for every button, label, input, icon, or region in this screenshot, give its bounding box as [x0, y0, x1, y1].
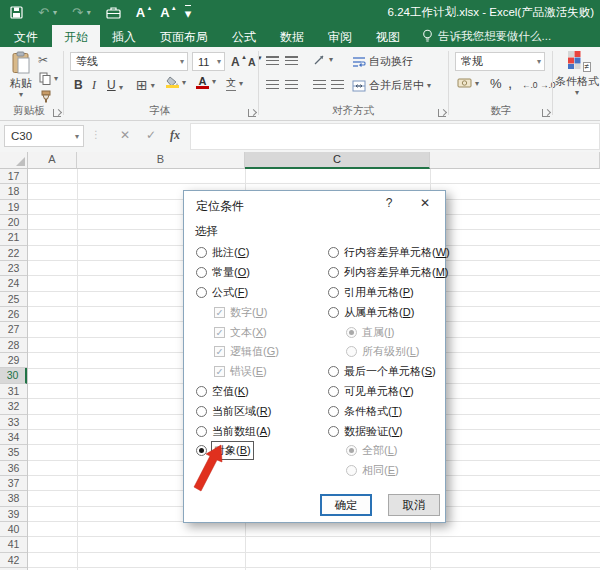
row-header-27[interactable]: 27: [0, 322, 27, 337]
tell-me-box[interactable]: 告诉我您想要做什么...: [422, 25, 551, 47]
font-dialog-launcher-icon[interactable]: [248, 109, 256, 117]
phonetic-button[interactable]: 文 ▾: [226, 76, 243, 91]
undo-icon[interactable]: ↶: [38, 6, 49, 19]
row-header-23[interactable]: 23: [0, 261, 27, 276]
option-constants[interactable]: 常量(O): [196, 263, 322, 283]
row-header-28[interactable]: 28: [0, 338, 27, 353]
merge-center-button[interactable]: 合并后居中 ▾: [352, 78, 431, 93]
conditional-format-button[interactable]: ≠ 条件格式▾: [554, 50, 600, 97]
row-header-30[interactable]: 30: [0, 368, 27, 383]
toolbox-icon[interactable]: [106, 6, 121, 19]
save-icon[interactable]: [10, 6, 23, 19]
option-current-array[interactable]: 当前数组(A): [196, 421, 322, 441]
align-left-icon[interactable]: [266, 80, 279, 89]
font-size-combo[interactable]: 11 ▾: [192, 52, 225, 71]
column-header-B[interactable]: B: [77, 152, 245, 169]
row-header-33[interactable]: 33: [0, 415, 27, 430]
format-painter-button[interactable]: [40, 90, 52, 103]
row-header-31[interactable]: 31: [0, 384, 27, 399]
underline-button[interactable]: U: [107, 78, 116, 92]
increase-font-icon[interactable]: A▴: [231, 55, 240, 69]
row-header-25[interactable]: 25: [0, 292, 27, 307]
radio-current-array[interactable]: [196, 426, 207, 437]
cut-button[interactable]: ✂: [38, 53, 48, 67]
name-box[interactable]: C30 ▾: [4, 125, 84, 147]
qat-customize-icon[interactable]: ▾: [185, 5, 192, 20]
italic-button[interactable]: I: [92, 78, 96, 93]
increase-indent-icon[interactable]: [331, 80, 344, 89]
decrease-font-icon[interactable]: A▾: [248, 56, 256, 68]
row-header-39[interactable]: 39: [0, 507, 27, 522]
row-header-17[interactable]: 17: [0, 169, 27, 184]
number-dialog-launcher-icon[interactable]: [542, 109, 550, 117]
tab-insert[interactable]: 插入: [100, 25, 148, 47]
close-icon[interactable]: ✕: [415, 196, 435, 213]
option-visible-cells[interactable]: 可见单元格(Y): [328, 382, 440, 402]
row-header-41[interactable]: 41: [0, 537, 27, 552]
cancel-button[interactable]: 取消: [388, 494, 440, 516]
radio-constants[interactable]: [196, 267, 207, 278]
row-header-29[interactable]: 29: [0, 353, 27, 368]
increase-decimal-icon[interactable]: ←.0: [522, 80, 538, 90]
bold-button[interactable]: B: [74, 78, 83, 92]
clipboard-dialog-launcher-icon[interactable]: [53, 109, 61, 117]
option-blanks[interactable]: 空值(K): [196, 382, 322, 402]
redo-icon[interactable]: ↷: [72, 6, 83, 19]
radio-row-differences[interactable]: [328, 247, 339, 258]
option-data-validation[interactable]: 数据验证(V): [328, 421, 440, 441]
enter-check-icon[interactable]: ✓: [146, 128, 156, 142]
align-top-icon[interactable]: [266, 56, 279, 65]
option-column-differences[interactable]: 列内容差异单元格(M): [328, 263, 440, 283]
row-header-20[interactable]: 20: [0, 215, 27, 230]
row-header-26[interactable]: 26: [0, 307, 27, 322]
radio-current-region[interactable]: [196, 406, 207, 417]
option-current-region[interactable]: 当前区域(R): [196, 401, 322, 421]
radio-formulas[interactable]: [196, 287, 207, 298]
radio-column-differences[interactable]: [328, 267, 339, 278]
name-box-dropdown-icon[interactable]: ▾: [75, 132, 79, 141]
tab-file[interactable]: 文件: [0, 25, 52, 47]
tab-home[interactable]: 开始: [52, 25, 100, 47]
row-header-19[interactable]: 19: [0, 200, 27, 215]
column-header-C[interactable]: C: [245, 152, 430, 169]
option-row-differences[interactable]: 行内容差异单元格(W): [328, 243, 440, 263]
option-dependents[interactable]: 从属单元格(D): [328, 302, 440, 322]
radio-comments[interactable]: [196, 247, 207, 258]
copy-button[interactable]: ▾: [39, 72, 58, 85]
tab-view[interactable]: 视图: [364, 25, 412, 47]
select-all-corner[interactable]: [0, 152, 28, 169]
number-format-combo[interactable]: 常规 ▾: [455, 52, 545, 71]
row-header-40[interactable]: 40: [0, 522, 27, 537]
radio-visible-cells[interactable]: [328, 386, 339, 397]
tab-page-layout[interactable]: 页面布局: [148, 25, 220, 47]
alignment-dialog-launcher-icon[interactable]: [438, 109, 446, 117]
option-conditional-formats[interactable]: 条件格式(T): [328, 401, 440, 421]
font-color-button[interactable]: A ▾: [196, 75, 216, 89]
row-header-18[interactable]: 18: [0, 184, 27, 199]
option-objects[interactable]: 对象(B): [196, 441, 322, 461]
paste-button[interactable]: 粘贴▾: [6, 51, 36, 99]
ok-button[interactable]: 确定: [320, 494, 372, 516]
row-header-35[interactable]: 35: [0, 445, 27, 460]
cancel-x-icon[interactable]: ✕: [120, 128, 130, 142]
column-header-blank[interactable]: [430, 152, 600, 169]
comma-icon[interactable]: ,: [508, 74, 512, 91]
row-header-22[interactable]: 22: [0, 246, 27, 261]
radio-conditional-formats[interactable]: [328, 406, 339, 417]
fill-color-button[interactable]: ▾: [166, 76, 186, 88]
borders-icon[interactable]: ⊞▾: [136, 77, 155, 93]
redo-dropdown-icon[interactable]: ▾: [87, 8, 91, 17]
row-header-32[interactable]: 32: [0, 399, 27, 414]
row-header-36[interactable]: 36: [0, 461, 27, 476]
row-header-21[interactable]: 21: [0, 230, 27, 245]
option-formulas[interactable]: 公式(F): [196, 283, 322, 303]
radio-objects[interactable]: [196, 445, 207, 456]
help-icon[interactable]: ?: [379, 196, 399, 213]
percent-icon[interactable]: %: [490, 76, 502, 91]
wrap-text-button[interactable]: 自动换行: [352, 54, 413, 69]
undo-dropdown-icon[interactable]: ▾: [53, 8, 57, 17]
tab-formulas[interactable]: 公式: [220, 25, 268, 47]
radio-dependents[interactable]: [328, 307, 339, 318]
option-comments[interactable]: 批注(C): [196, 243, 322, 263]
row-header-38[interactable]: 38: [0, 491, 27, 506]
